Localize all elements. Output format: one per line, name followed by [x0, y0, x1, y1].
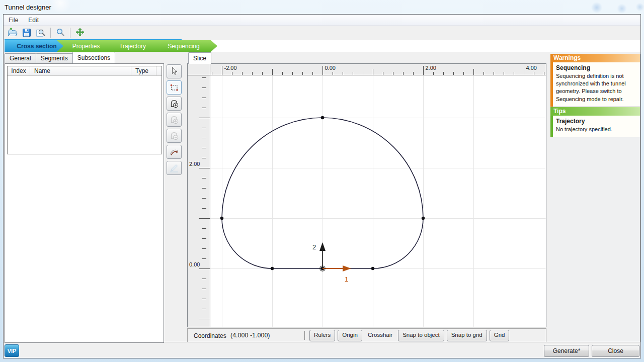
axis-1-arrowhead — [343, 265, 351, 272]
select-tool-button[interactable] — [167, 64, 182, 78]
top-ruler: -2.000.002.004.00 — [210, 64, 546, 75]
tab-segments[interactable]: Segments — [36, 53, 73, 63]
toggle-crosshair[interactable]: Crosshair — [365, 330, 395, 341]
tunnel-vertex[interactable] — [271, 267, 274, 270]
canvas-status-bar: Coordinates (4.000 -1.000) RulersOriginC… — [187, 328, 546, 342]
subsections-page: IndexNameType — [5, 63, 164, 343]
add-subsection-icon — [169, 99, 179, 109]
svg-text:2.00: 2.00 — [189, 161, 200, 167]
zoom-rectangle-tool-button[interactable] — [167, 80, 182, 95]
title-bar[interactable]: Tunnel designer — [0, 0, 644, 14]
toggle-grid[interactable]: Grid — [490, 330, 510, 341]
item-title: Trajectory — [556, 118, 635, 125]
open-icon — [8, 28, 18, 38]
tunnel-vertex[interactable] — [321, 116, 324, 119]
coordinates-value: (4.000 -1.000) — [230, 332, 270, 339]
canvas-page: -2.000.002.004.00 0.002.00 21 — [187, 63, 546, 327]
column-header-name[interactable]: Name — [30, 66, 131, 75]
open-button[interactable] — [6, 27, 19, 39]
top-ruler-scale: -2.000.002.004.00 — [210, 64, 546, 75]
close-button[interactable]: Close — [592, 345, 639, 357]
panel-filler — [550, 137, 640, 343]
axis-2-label: 2 — [312, 243, 316, 251]
svg-text:4.00: 4.00 — [526, 65, 537, 71]
toggle-snap-to-grid[interactable]: Snap to grid — [447, 330, 487, 341]
axis-1-label: 1 — [345, 276, 348, 283]
tab-slice[interactable]: Slice — [188, 52, 211, 64]
drawing-surface: 21 — [210, 75, 546, 327]
subsections-table[interactable]: IndexNameType — [7, 66, 162, 154]
status-separator — [304, 331, 305, 340]
zoom-icon — [55, 28, 65, 38]
left-ruler: 0.002.00 — [188, 75, 210, 327]
column-header-index[interactable]: Index — [8, 66, 30, 75]
pan-button[interactable] — [73, 27, 87, 39]
axis-2-arrowhead — [319, 242, 326, 251]
previous-subsection-tool-button[interactable] — [167, 113, 182, 127]
warnings-item: SequencingSequencing definition is not s… — [550, 62, 640, 107]
item-text: No trajectory specified. — [556, 126, 635, 133]
generate-button[interactable]: Generate* — [544, 345, 589, 357]
warnings-header: Warnings — [550, 54, 640, 62]
vip-badge[interactable]: VIP — [5, 344, 19, 357]
tab-subsections[interactable]: Subsections — [72, 52, 115, 63]
tunnel-vertex[interactable] — [220, 217, 223, 220]
menu-edit[interactable]: Edit — [23, 16, 44, 25]
mode-breadcrumb: Cross sectionPropertiesTrajectorySequenc… — [4, 40, 640, 52]
item-text: Sequencing definition is not synchronize… — [556, 72, 635, 103]
pan-icon — [75, 28, 85, 38]
tips-header: Tips — [550, 107, 640, 116]
zoom-extents-button[interactable] — [34, 27, 47, 39]
left-ruler-scale: 0.002.00 — [188, 75, 210, 327]
main-toolbar — [4, 26, 642, 39]
coordinates-label: Coordinates — [194, 332, 226, 339]
measure-tool-button[interactable] — [167, 145, 182, 159]
ruler-corner — [188, 64, 210, 75]
svg-text:0.00: 0.00 — [189, 261, 200, 267]
tips-item: TrajectoryNo trajectory specified. — [550, 116, 640, 137]
zoom-button[interactable] — [54, 27, 67, 39]
toggle-snap-to-object[interactable]: Snap to object — [398, 330, 444, 341]
toolbar-separator — [70, 28, 70, 38]
tunnel-vertex[interactable] — [371, 267, 374, 270]
add-subsection-tool-button[interactable] — [167, 97, 182, 111]
zoom-rectangle-icon — [169, 82, 179, 93]
tab-general[interactable]: General — [5, 53, 36, 63]
menu-file[interactable]: File — [4, 16, 23, 25]
drawing-area[interactable]: 21 — [210, 75, 546, 327]
draw-tool-button[interactable] — [167, 161, 182, 175]
remove-subsection-tool-button[interactable] — [167, 129, 182, 143]
tool-palette — [167, 64, 183, 177]
column-header-type[interactable]: Type — [131, 66, 156, 75]
svg-text:2.00: 2.00 — [426, 65, 436, 71]
toggle-rulers[interactable]: Rulers — [309, 330, 335, 341]
save-button[interactable] — [20, 27, 33, 39]
remove-subsection-icon — [169, 131, 179, 141]
window-client-area: FileEdit Cross sectionPropertiesTrajecto… — [3, 14, 641, 358]
previous-subsection-icon — [169, 115, 179, 125]
slice-tab-strip: Slice — [188, 52, 211, 63]
messages-panel: WarningsSequencingSequencing definition … — [550, 54, 640, 343]
svg-text:0.00: 0.00 — [325, 65, 336, 71]
measure-icon — [169, 147, 179, 157]
select-icon — [169, 66, 179, 76]
table-header-row: IndexNameType — [8, 66, 162, 76]
menu-bar: FileEdit — [4, 15, 640, 26]
tunnel-vertex[interactable] — [422, 217, 425, 220]
save-icon — [22, 28, 32, 38]
left-tab-strip: GeneralSegmentsSubsections — [5, 53, 115, 63]
column-header-filler — [156, 66, 162, 75]
toggle-origin[interactable]: Origin — [338, 330, 362, 341]
svg-text:-2.00: -2.00 — [224, 65, 237, 71]
toolbar-separator — [50, 28, 51, 38]
window-title: Tunnel designer — [5, 4, 51, 11]
draw-icon — [169, 163, 179, 173]
item-title: Sequencing — [556, 64, 635, 71]
zoom-extents-icon — [36, 28, 46, 38]
footer-bar: VIP Generate* Close — [4, 342, 640, 358]
breadcrumb-step-sequencing[interactable]: Sequencing — [150, 40, 217, 52]
